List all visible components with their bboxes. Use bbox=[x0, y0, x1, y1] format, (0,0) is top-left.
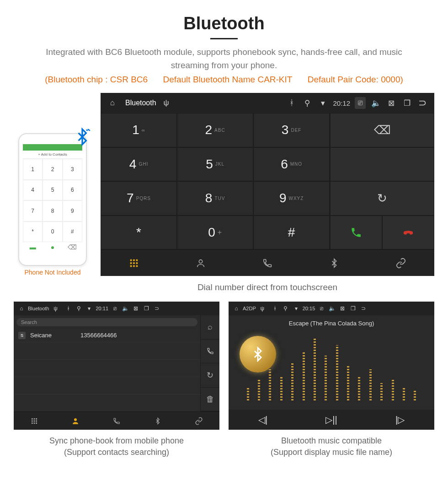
location-icon: ⚲ bbox=[75, 305, 83, 312]
key-5[interactable]: 5JKL bbox=[177, 147, 253, 182]
key-star[interactable]: * bbox=[101, 216, 177, 250]
next-button[interactable]: |▷ bbox=[366, 410, 434, 430]
usb-icon: ψ bbox=[51, 305, 59, 312]
home-icon[interactable]: ⌂ bbox=[17, 305, 26, 312]
svg-point-19 bbox=[74, 418, 77, 421]
svg-rect-18 bbox=[36, 422, 37, 424]
key-hash[interactable]: # bbox=[253, 216, 330, 250]
screenshot-icon[interactable]: ⎚ bbox=[317, 305, 325, 312]
music-caption: Bluetooth music compatible(Support displ… bbox=[229, 435, 434, 458]
clock: 20:11 bbox=[96, 306, 108, 311]
bottom-nav bbox=[101, 249, 434, 276]
call-icon[interactable] bbox=[201, 340, 219, 364]
svg-rect-5 bbox=[136, 262, 138, 264]
svg-rect-6 bbox=[130, 265, 132, 267]
search-input[interactable]: Search bbox=[16, 318, 197, 326]
recent-icon[interactable]: ❐ bbox=[401, 98, 412, 108]
call-icon: ● bbox=[43, 242, 62, 252]
close-icon[interactable]: ⊠ bbox=[338, 305, 347, 312]
usb-icon: ψ bbox=[161, 98, 172, 108]
subtitle: Integrated with BC6 Bluetooth module, su… bbox=[14, 46, 434, 72]
location-icon: ⚲ bbox=[302, 98, 313, 108]
key-1[interactable]: 1∞ bbox=[101, 113, 177, 147]
phone-keypad: 1 2 3 4 5 6 7 8 9 * 0 # bbox=[23, 159, 82, 242]
svg-rect-2 bbox=[136, 259, 138, 261]
phone-caption: Phone Not Included bbox=[14, 269, 91, 276]
app-title: Bluetooth bbox=[125, 99, 156, 107]
screenshot-icon[interactable]: ⎚ bbox=[111, 305, 119, 312]
home-icon[interactable]: ⌂ bbox=[232, 305, 240, 312]
backspace-button[interactable]: ⌫ bbox=[330, 113, 434, 147]
back-icon[interactable]: ⊃ bbox=[417, 97, 428, 109]
svg-rect-4 bbox=[133, 262, 135, 264]
song-title: Escape (The Pina Colada Song) bbox=[289, 320, 374, 327]
wifi-icon: ▾ bbox=[85, 305, 93, 312]
nav-bluetooth[interactable] bbox=[137, 412, 178, 430]
nav-keypad[interactable] bbox=[14, 412, 55, 430]
bluetooth-icon bbox=[72, 128, 92, 148]
key-0[interactable]: 0+ bbox=[177, 216, 253, 250]
key-6[interactable]: 6MNO bbox=[253, 147, 330, 182]
sync-icon[interactable]: ↻ bbox=[201, 363, 219, 388]
prev-button[interactable]: ◁| bbox=[229, 410, 297, 430]
svg-rect-17 bbox=[34, 422, 35, 424]
call-button[interactable] bbox=[330, 216, 382, 250]
recent-icon[interactable]: ❐ bbox=[142, 305, 150, 312]
key-7[interactable]: 7PQRS bbox=[101, 181, 177, 216]
contact-badge: S bbox=[18, 332, 26, 339]
volume-icon[interactable]: 🔈 bbox=[370, 98, 381, 108]
hangup-button[interactable] bbox=[382, 216, 434, 250]
nav-contacts[interactable] bbox=[55, 412, 96, 430]
nav-bluetooth[interactable] bbox=[301, 250, 368, 276]
contacts-statusbar: ⌂ Bluetooth ψ ᚼ ⚲ ▾ 20:11 ⎚ 🔈 ⊠ ❐ ⊃ bbox=[14, 302, 219, 315]
close-icon[interactable]: ⊠ bbox=[386, 98, 397, 108]
back-icon[interactable]: ⊃ bbox=[153, 305, 161, 312]
key-2[interactable]: 2ABC bbox=[177, 113, 253, 147]
close-icon[interactable]: ⊠ bbox=[132, 305, 140, 312]
nav-keypad[interactable] bbox=[101, 250, 167, 276]
svg-rect-3 bbox=[130, 262, 132, 264]
dialer-screen: ⌂ Bluetooth ψ ᚼ ⚲ ▾ 20:12 ⎚ 🔈 ⊠ ❐ ⊃ 1∞ 2… bbox=[101, 93, 434, 276]
action-column: ⌫ ↻ bbox=[330, 113, 434, 249]
title-underline bbox=[210, 38, 238, 39]
recent-icon[interactable]: ❐ bbox=[349, 305, 357, 312]
music-controls: ◁| ▷|| |▷ bbox=[229, 410, 434, 430]
contacts-caption: Sync phone-book from mobile phone(Suppor… bbox=[14, 435, 219, 458]
play-pause-button[interactable]: ▷|| bbox=[297, 410, 366, 430]
contact-row[interactable]: S Seicane 13566664466 bbox=[14, 329, 200, 342]
contact-number: 13566664466 bbox=[80, 332, 117, 339]
empty-cell bbox=[330, 147, 434, 182]
delete-icon[interactable]: 🗑 bbox=[201, 388, 219, 412]
nav-link[interactable] bbox=[178, 412, 219, 430]
key-9[interactable]: 9WXYZ bbox=[253, 181, 330, 216]
nav-contacts[interactable] bbox=[167, 250, 234, 276]
contacts-screen: ⌂ Bluetooth ψ ᚼ ⚲ ▾ 20:11 ⎚ 🔈 ⊠ ❐ ⊃ S bbox=[14, 302, 219, 430]
svg-rect-8 bbox=[136, 265, 138, 267]
bt-code: Default Pair Code: 0000) bbox=[308, 75, 403, 84]
svg-rect-7 bbox=[133, 265, 135, 267]
nav-link[interactable] bbox=[368, 250, 434, 276]
bluetooth-status-icon: ᚼ bbox=[271, 305, 279, 312]
volume-icon[interactable]: 🔈 bbox=[121, 305, 129, 312]
svg-rect-11 bbox=[34, 418, 35, 420]
app-title: A2DP bbox=[243, 306, 256, 311]
phone-mockup: + Add to Contacts 1 2 3 4 5 6 7 8 9 * 0 … bbox=[18, 133, 87, 266]
redial-button[interactable]: ↻ bbox=[330, 181, 434, 216]
nav-call-log[interactable] bbox=[234, 250, 301, 276]
key-8[interactable]: 8TUV bbox=[177, 181, 253, 216]
bluetooth-info: (Bluetooth chip : CSR BC6 Default Blueto… bbox=[14, 75, 434, 85]
nav-call-log[interactable] bbox=[96, 412, 137, 430]
volume-icon[interactable]: 🔈 bbox=[328, 305, 336, 312]
key-4[interactable]: 4GHI bbox=[101, 147, 177, 182]
screenshot-icon[interactable]: ⎚ bbox=[355, 97, 366, 109]
svg-rect-1 bbox=[133, 259, 135, 261]
back-icon[interactable]: ⊃ bbox=[359, 305, 368, 312]
search-icon[interactable]: ⌕ bbox=[201, 315, 219, 340]
key-3[interactable]: 3DEF bbox=[253, 113, 330, 147]
page-title: Bluetooth bbox=[14, 14, 434, 33]
location-icon: ⚲ bbox=[282, 305, 290, 312]
home-icon[interactable]: ⌂ bbox=[107, 98, 118, 108]
svg-rect-10 bbox=[32, 418, 33, 420]
svg-rect-16 bbox=[32, 422, 33, 424]
bluetooth-status-icon: ᚼ bbox=[64, 305, 72, 312]
